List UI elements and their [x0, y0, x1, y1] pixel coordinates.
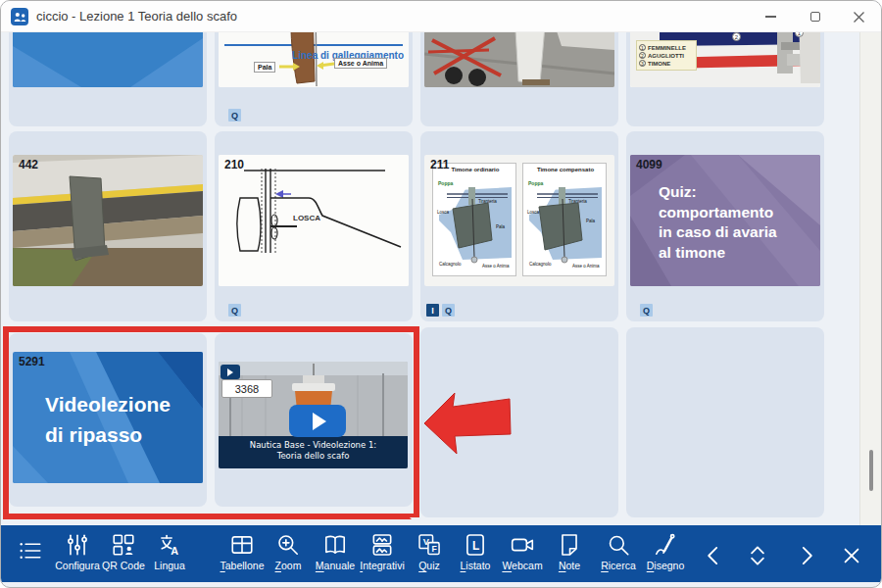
minimize-button[interactable]	[749, 1, 793, 32]
toolbar-notch	[410, 517, 425, 525]
empty-slide-card[interactable]	[626, 327, 824, 517]
window-controls	[749, 1, 881, 32]
zoom-in-icon	[275, 532, 301, 558]
maximize-button[interactable]	[793, 1, 837, 32]
marker-2: 2	[732, 32, 741, 41]
images-icon	[369, 532, 395, 558]
legend-text: FEMMINELLE	[648, 45, 686, 51]
legend-number: 3	[639, 60, 646, 67]
slide-card-442[interactable]: 442	[9, 131, 207, 321]
book-icon	[322, 532, 348, 558]
chevron-right-icon	[792, 541, 821, 570]
slide-card-rudder-waterline[interactable]: Linea di galleggiamento Pala Asse o Anim…	[215, 32, 413, 126]
empty-slide-card[interactable]	[420, 327, 618, 517]
webcam-icon	[510, 532, 535, 558]
pala-label: Pala	[496, 224, 505, 229]
titlebar: ciccio - Lezione 1 Teoria dello scafo	[1, 1, 881, 32]
slide-thumbnail: 442	[13, 155, 203, 286]
video-number: 3368	[221, 379, 272, 398]
video-play-badge-icon	[220, 365, 240, 379]
slide-thumbnail	[424, 32, 614, 87]
info-badge[interactable]: I	[426, 304, 439, 317]
maximize-icon	[810, 12, 820, 22]
slide-card-4099[interactable]: Quiz: comportamento in caso di avaria al…	[626, 131, 824, 321]
slide-card-210[interactable]: 210 LOSCA Q	[215, 131, 413, 321]
calcagnolo-label: Calcagnolo	[529, 262, 552, 267]
toolbar-item-disegno[interactable]: Disegno	[638, 532, 693, 571]
quiz-badge[interactable]: Q	[228, 109, 241, 122]
video-play-button[interactable]	[289, 405, 346, 437]
minimize-icon	[765, 16, 776, 18]
window-title: ciccio - Lezione 1 Teoria dello scafo	[36, 9, 237, 24]
close-icon	[837, 541, 866, 570]
quiz-badge[interactable]: Q	[640, 304, 653, 317]
quiz-slide-text: Quiz: comportamento in caso di avaria al…	[659, 182, 777, 263]
losca-label: LOSCA	[293, 214, 320, 222]
slide-number: 210	[224, 158, 244, 172]
next-button[interactable]	[787, 538, 826, 573]
trailer-photo	[424, 32, 614, 87]
expand-collapse-button[interactable]	[738, 538, 777, 573]
quiz-badge[interactable]: Q	[228, 304, 241, 317]
videolezione-slide-text: Videolezione di ripasso	[45, 389, 171, 450]
close-icon	[853, 11, 865, 24]
toolbar-item-note[interactable]: Note	[542, 532, 597, 571]
toolbar-close-button[interactable]	[832, 538, 871, 573]
asse-anima-label: Asse o Anima	[482, 264, 514, 269]
video-thumbnail[interactable]: 3368 Nautica Base - Videolezione 1: Teor…	[219, 362, 408, 468]
legend-number: 2	[639, 52, 646, 59]
poppa-label: Poppa	[528, 180, 543, 186]
pala-label: Pala	[586, 219, 595, 223]
toolbar-label: Disegno	[638, 560, 693, 571]
qr-code-icon	[111, 532, 136, 558]
legend-row: 2 AGUGLIOTTI	[639, 52, 694, 59]
slide-thumbnail: 1 FEMMINELLE 2 AGUGLIOTTI 3 TIMONE 2 1	[630, 32, 820, 87]
true-false-icon: V F	[416, 532, 442, 558]
video-caption-line: Nautica Base - Videolezione 1:	[219, 440, 408, 451]
videolezione-line: Videolezione	[45, 389, 171, 419]
app-window: ciccio - Lezione 1 Teoria dello scafo	[0, 0, 882, 588]
slide-thumbnail: Quiz: comportamento in caso di avaria al…	[630, 155, 820, 286]
blue-slide-graphic	[13, 32, 203, 87]
mini-title: Timone ordinario	[446, 167, 505, 173]
quiz-slide-line: al timone	[659, 243, 777, 264]
toolbar-label: Lingua	[142, 560, 197, 571]
sliders-icon	[65, 532, 90, 558]
toolbar-label: Note	[542, 560, 597, 571]
legend-text: TIMONE	[648, 61, 670, 67]
hull-rudder-photo	[13, 155, 203, 286]
legend-row: 3 TIMONE	[639, 60, 694, 67]
slide-number: 5291	[19, 355, 45, 368]
losca-label: Losca	[437, 210, 449, 215]
slide-card-5291-videolezione[interactable]: Videolezione di ripasso 5291	[9, 333, 207, 507]
slide-thumbnail: Timone ordinario Poppa Tiranteria Losca	[424, 155, 614, 286]
chevron-up-down-icon	[743, 541, 772, 570]
slide-number: 211	[430, 158, 449, 172]
close-button[interactable]	[837, 1, 881, 32]
slide-card-trailer-photo[interactable]	[420, 32, 618, 126]
pen-icon	[653, 532, 678, 558]
calcagnolo-label: Calcagnolo	[439, 262, 462, 267]
video-card-3368[interactable]: 3368 Nautica Base - Videolezione 1: Teor…	[215, 333, 413, 507]
slide-card-stern-fittings[interactable]: 1 FEMMINELLE 2 AGUGLIOTTI 3 TIMONE 2 1	[626, 32, 824, 126]
tiranteria-label: Tiranteria	[478, 199, 497, 204]
slide-thumbnail	[13, 32, 203, 87]
toolbar-item-lingua[interactable]: A Lingua	[142, 532, 197, 571]
tiranteria-label: Tiranteria	[568, 199, 587, 204]
list-icon	[18, 538, 43, 564]
poppa-label: Poppa	[438, 180, 453, 186]
scrollbar-track[interactable]	[859, 32, 882, 525]
people-icon	[11, 8, 28, 25]
search-icon	[606, 532, 631, 558]
quiz-badge[interactable]: Q	[442, 304, 455, 317]
slide-card-blue-graphic[interactable]	[9, 32, 207, 126]
legend-row: 1 FEMMINELLE	[639, 44, 694, 51]
svg-text:L: L	[472, 539, 479, 553]
scrollbar-thumb[interactable]	[869, 450, 873, 491]
legend-text: AGUGLIOTTI	[648, 53, 684, 59]
asse-anima-label: Asse o Anima	[572, 264, 604, 269]
timone-ordinario-frame: Timone ordinario Poppa Tiranteria Losca	[432, 163, 516, 276]
slide-card-211[interactable]: Timone ordinario Poppa Tiranteria Losca	[420, 131, 618, 321]
previous-button[interactable]	[694, 538, 733, 573]
video-caption-line: Teoria dello scafo	[219, 451, 408, 462]
